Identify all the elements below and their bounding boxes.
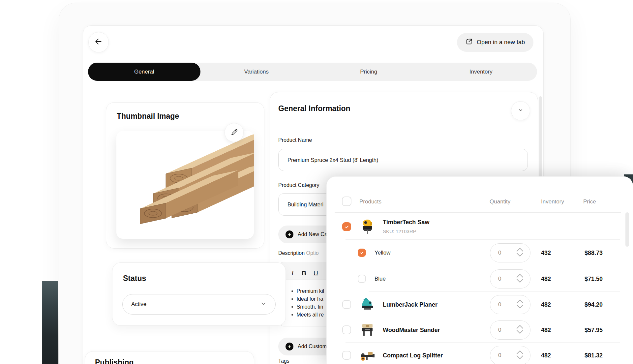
pencil-icon [230, 128, 238, 137]
price-value: $88.73 [585, 250, 603, 257]
thumbnail-image [116, 131, 254, 239]
product-sku: SKU: 12103RP [383, 228, 416, 234]
italic-button[interactable]: I [290, 270, 294, 276]
table-row: LumberJack Planer 0 482 $94.20 [327, 292, 633, 317]
quantity-value: 0 [498, 250, 501, 256]
tab-bar: General Variations Pricing Inventory [88, 63, 537, 81]
open-in-new-tab-button[interactable]: Open in a new tab [457, 33, 533, 52]
column-header-inventory: Inventory [541, 198, 564, 205]
tab-pricing[interactable]: Pricing [313, 63, 425, 81]
table-row: Blue 0 482 $71.50 [327, 266, 633, 292]
back-button[interactable] [88, 32, 109, 52]
description-label: Description Optio [278, 250, 319, 256]
thumbnail-card: Thumbnail Image [106, 102, 264, 249]
plus-icon: + [286, 230, 293, 238]
bold-button[interactable]: B [302, 270, 306, 276]
variant-checkbox[interactable] [358, 249, 366, 257]
quantity-value: 0 [498, 301, 501, 308]
column-header-quantity: Quantity [490, 198, 510, 205]
screen: Open in a new tab General Variations Pri… [0, 0, 633, 364]
product-name: LumberJack Planer [383, 301, 437, 308]
product-name-value: Premium Spruce 2x4 Stud (8' Length) [287, 157, 378, 163]
price-value: $57.95 [585, 326, 603, 333]
stepper-arrows-icon[interactable] [516, 349, 524, 361]
inventory-value: 482 [541, 326, 551, 333]
product-image-planer [358, 295, 376, 313]
product-name-label: Product Name [278, 137, 312, 143]
row-checkbox[interactable] [342, 222, 351, 231]
column-header-price: Price [583, 198, 596, 205]
quantity-stepper[interactable]: 0 [490, 320, 530, 340]
row-checkbox[interactable] [342, 325, 351, 334]
quantity-stepper[interactable]: 0 [490, 243, 530, 262]
add-custom-label: Add Custom [298, 344, 327, 349]
status-title: Status [123, 274, 146, 283]
product-name-input[interactable]: Premium Spruce 2x4 Stud (8' Length) [278, 149, 528, 171]
panel-scrollbar[interactable] [625, 212, 629, 247]
quantity-stepper[interactable]: 0 [490, 346, 530, 364]
inventory-value: 432 [541, 250, 551, 257]
stepper-arrows-icon[interactable] [516, 247, 524, 259]
underline-button[interactable]: U [314, 270, 318, 276]
collapse-section-button[interactable] [511, 101, 530, 120]
tab-variations[interactable]: Variations [200, 63, 313, 81]
general-information-title: General Information [278, 104, 350, 113]
inventory-value: 482 [541, 301, 551, 308]
row-checkbox[interactable] [342, 300, 351, 309]
table-row: TimberTech Saw SKU: 12103RP [327, 214, 633, 240]
product-image-sander [358, 321, 376, 339]
inventory-value: 482 [541, 276, 551, 283]
variant-name: Yellow [375, 250, 391, 256]
divider [335, 212, 621, 213]
variant-checkbox[interactable] [358, 275, 366, 283]
table-row: Compact Log Splitter 0 482 $81.32 [327, 343, 633, 364]
variant-name: Blue [375, 276, 386, 282]
product-name: Compact Log Splitter [383, 352, 443, 359]
lumber-stack-image [116, 131, 254, 239]
price-value: $81.32 [585, 352, 603, 359]
background-photo-fragment-left [42, 281, 58, 364]
product-name: TimberTech Saw [383, 219, 429, 226]
product-image-log-splitter [358, 346, 376, 364]
table-row: Yellow 0 432 $88.73 [327, 240, 633, 266]
stepper-arrows-icon[interactable] [516, 299, 524, 311]
open-in-new-tab-label: Open in a new tab [477, 39, 525, 46]
optional-hint: Optio [306, 250, 318, 256]
tab-inventory[interactable]: Inventory [425, 63, 537, 81]
status-select[interactable]: Active [122, 294, 276, 315]
chevron-down-icon [260, 300, 267, 309]
thumbnail-title: Thumbnail Image [117, 112, 179, 121]
price-value: $71.50 [585, 276, 603, 283]
column-header-products: Products [359, 198, 381, 205]
tags-label: Tags [278, 358, 289, 364]
check-icon [345, 225, 349, 229]
select-all-checkbox[interactable] [342, 197, 351, 206]
row-checkbox[interactable] [342, 351, 351, 360]
quantity-value: 0 [498, 276, 501, 282]
product-category-label: Product Category [278, 182, 319, 188]
quantity-value: 0 [498, 352, 501, 359]
edit-thumbnail-button[interactable] [225, 123, 244, 142]
price-value: $94.20 [585, 301, 603, 308]
product-image-jigsaw [358, 218, 376, 235]
check-icon [360, 251, 364, 255]
quantity-value: 0 [498, 327, 501, 333]
product-category-value: Building Materi [287, 201, 323, 208]
chevron-down-icon [518, 107, 524, 114]
publishing-card: Publishing [85, 351, 254, 364]
table-row: WoodMaster Sander 0 482 $57.95 [327, 317, 633, 343]
stepper-arrows-icon[interactable] [516, 273, 524, 285]
external-link-icon [466, 38, 473, 47]
inventory-value: 482 [541, 352, 551, 359]
products-panel: Products Quantity Inventory Price Timber… [326, 176, 633, 364]
add-new-category-label: Add New Ca [298, 231, 327, 237]
quantity-stepper[interactable]: 0 [490, 269, 530, 288]
plus-icon: + [286, 343, 293, 350]
stepper-arrows-icon[interactable] [516, 324, 524, 336]
status-card: Status Active [112, 262, 286, 326]
back-arrow-icon [94, 37, 103, 47]
status-value: Active [131, 301, 146, 308]
quantity-stepper[interactable]: 0 [490, 295, 530, 314]
divider [278, 122, 528, 122]
tab-general[interactable]: General [88, 63, 200, 81]
